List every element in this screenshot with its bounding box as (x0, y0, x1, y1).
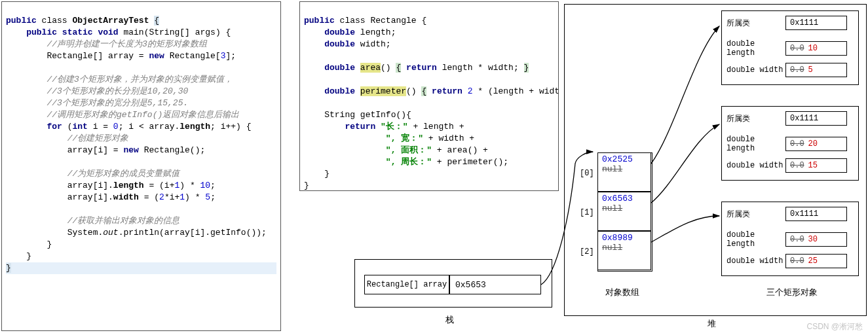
rect1-len-label: double length (726, 135, 785, 153)
rect2-wid-label: double width (726, 256, 785, 266)
array-cell-1-null: null (602, 203, 622, 213)
array-cell-0-addr: 0x2525 (602, 154, 647, 164)
rect0-wid-label: double width (726, 65, 785, 75)
array-cell-0-null: null (602, 164, 622, 174)
stack-var-value: 0x5653 (449, 275, 541, 294)
array-cell-2-addr: 0x8989 (602, 233, 647, 243)
array-index-2: [2] (580, 247, 594, 256)
code-panel-objectarraytest: public class ObjectArrayTest { public st… (1, 1, 281, 331)
array-index-0: [0] (580, 169, 594, 178)
stack-var-name: Rectangle[] array (364, 275, 449, 294)
rects-label: 三个矩形对象 (766, 287, 818, 298)
rect1-wid-label: double width (726, 161, 785, 170)
array-cell-0: 0x2525 null (597, 152, 651, 192)
diagram-root: public class ObjectArrayTest { public st… (0, 0, 868, 335)
stack-label: 栈 (445, 314, 454, 326)
array-cell-2-null: null (602, 243, 622, 253)
array-cell-1: 0x6563 null (597, 192, 651, 231)
array-label: 对象数组 (605, 287, 639, 298)
rect2-len-label: double length (726, 230, 785, 249)
rect1-class-label: 所属类 (726, 113, 785, 124)
rect2-len-value: 0.030 (785, 232, 847, 247)
rect1-wid-value: 0.015 (785, 158, 847, 173)
rect0-len-value: 0.010 (785, 41, 847, 56)
code-panel-rectangle: public class Rectangle { double length; … (299, 1, 559, 191)
rect2-class-value: 0x1111 (785, 207, 847, 221)
rect1-len-value: 0.020 (785, 137, 847, 151)
rect1-class-value: 0x1111 (785, 111, 847, 126)
array-cell-1-addr: 0x6563 (602, 194, 647, 203)
rect0-class-value: 0x1111 (785, 16, 847, 30)
array-cell-2: 0x8989 null (597, 231, 651, 270)
rect0-class-label: 所属类 (726, 18, 785, 29)
watermark: CSDN @淅河愁 (806, 321, 863, 332)
rect2-wid-value: 0.025 (785, 254, 847, 268)
rect0-len-label: double length (726, 39, 785, 58)
heap-label: 堆 (708, 318, 716, 330)
rect2-class-label: 所属类 (726, 209, 785, 220)
array-index-1: [1] (580, 208, 594, 217)
rect0-wid-value: 0.05 (785, 63, 847, 77)
